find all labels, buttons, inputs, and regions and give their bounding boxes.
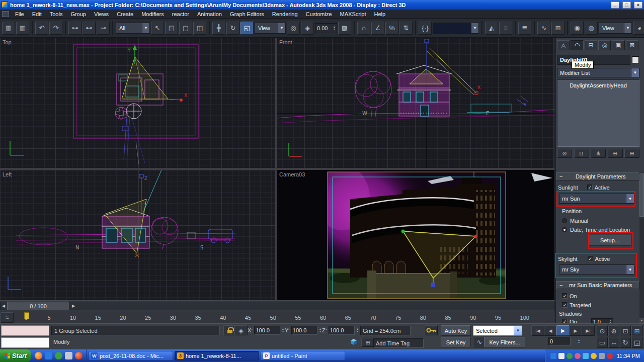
menu-item[interactable]: File [11, 10, 28, 18]
show-end-result-icon[interactable]: ⊔ [574, 149, 589, 158]
toolbar-spinner-field[interactable]: 0.00 ▴▾ [315, 23, 337, 33]
utilities-tab-icon[interactable]: ⊠ [626, 40, 638, 50]
play-animation-icon[interactable]: ▶ [556, 325, 570, 336]
tray-icon-2[interactable] [558, 353, 565, 359]
grid-toggle-icon[interactable]: ⊞ [361, 338, 374, 347]
time-input[interactable] [548, 337, 571, 346]
tray-icon-6[interactable] [591, 353, 597, 359]
create-tab-icon[interactable]: ◬ [557, 40, 570, 50]
layer-manager-icon[interactable]: ≣ [518, 22, 531, 35]
select-and-move-icon[interactable]: ╋ [212, 22, 225, 35]
modifier-list-dropdown[interactable]: Modifier List ▼ [557, 68, 639, 77]
spinner-arrows-icon[interactable]: ▴▾ [282, 328, 284, 333]
go-to-start-icon[interactable]: |◀ [531, 325, 544, 336]
chevron-down-icon[interactable]: ▼ [142, 23, 149, 33]
y-input[interactable] [291, 326, 317, 335]
selection-filter-dropdown[interactable]: All ▼ [116, 23, 150, 34]
select-and-scale-icon[interactable]: ◱ [240, 22, 254, 35]
z-input[interactable] [329, 326, 355, 335]
daylight-parameters-rollout[interactable]: − Daylight Parameters [556, 172, 639, 180]
scrollbar-thumb[interactable] [639, 173, 644, 217]
render-type-dropdown[interactable]: View ▼ [599, 23, 632, 34]
select-and-link-icon[interactable]: ⊶ [68, 22, 82, 35]
quick-launch-icon-3[interactable] [55, 352, 62, 359]
hierarchy-tab-icon[interactable]: ⊟ [585, 40, 597, 50]
configure-modifier-sets-icon[interactable]: ⊞ [624, 149, 639, 158]
menu-item[interactable]: Help [370, 10, 390, 18]
x-input[interactable] [254, 326, 280, 335]
slider-left-icon[interactable]: ◀ [1, 302, 7, 310]
spinner-arrows-icon[interactable]: ▴▾ [334, 26, 335, 31]
tray-icon-1[interactable] [550, 353, 556, 359]
sunlight-active-checkbox[interactable]: ✓ [587, 185, 593, 190]
material-editor-icon[interactable]: ◉ [571, 22, 584, 35]
start-button[interactable]: Start [0, 349, 31, 362]
menu-item[interactable]: Views [90, 10, 113, 18]
top-viewport-canvas[interactable]: X Y [0, 38, 275, 168]
close-button[interactable]: × [634, 2, 642, 9]
softness-field[interactable]: 1.0 ▴▾ [591, 318, 613, 324]
set-key-button[interactable]: Set Key [441, 337, 471, 347]
viewport-camera[interactable]: Camera03 [277, 170, 554, 300]
keyboard-override-icon[interactable]: ▩ [338, 22, 351, 35]
percent-snap-icon[interactable]: % [385, 22, 398, 35]
menu-item[interactable]: Customize [302, 10, 336, 18]
spinner-arrows-icon[interactable]: ▴▾ [578, 339, 580, 344]
quick-launch-icon-5[interactable] [75, 352, 83, 359]
date-time-radio[interactable] [562, 227, 567, 232]
viewport-top-label[interactable]: Top [3, 39, 12, 45]
go-to-end-icon[interactable]: ▶| [582, 325, 595, 336]
curve-editor-icon[interactable]: ∿ [537, 22, 550, 35]
previous-frame-icon[interactable]: ◀ [544, 325, 557, 336]
menu-item[interactable]: Rendering [268, 10, 302, 18]
maxscript-listener[interactable] [1, 337, 49, 348]
select-object-icon[interactable]: ↖ [151, 22, 164, 35]
redo-icon[interactable]: ↷ [49, 22, 62, 35]
left-viewport-canvas[interactable]: Z N S [0, 170, 275, 300]
maxscript-macro-recorder[interactable] [1, 325, 49, 336]
menu-item[interactable]: Graph Editors [226, 10, 268, 18]
align-icon[interactable]: ≡ [499, 22, 512, 35]
reference-coordinate-dropdown[interactable]: View ▼ [255, 23, 286, 34]
snap-toggle-icon[interactable]: ∩ [357, 22, 370, 35]
spinner-arrows-icon[interactable]: ▴▾ [610, 319, 611, 324]
zoom-icon[interactable]: ⊙ [597, 325, 608, 336]
maximize-button[interactable]: □ [622, 2, 631, 9]
zoom-extents-all-icon[interactable]: ⊞ [631, 325, 642, 336]
rectangular-selection-region-icon[interactable]: ▢ [179, 22, 192, 35]
viewport-left[interactable]: Left [0, 170, 275, 300]
key-mode-dropdown[interactable]: Selected ▼ [473, 325, 522, 336]
window-crossing-icon[interactable]: ◫ [193, 22, 206, 35]
zoom-extents-icon[interactable]: ⊡ [620, 325, 631, 336]
render-setup-icon[interactable]: ◍ [585, 22, 598, 35]
isometric-cube-icon[interactable] [350, 338, 358, 346]
chevron-down-icon[interactable]: ▼ [471, 23, 478, 33]
time-slider-handle[interactable]: 0 / 100 [7, 302, 69, 310]
camera-viewport-canvas[interactable] [277, 170, 554, 300]
quick-render-icon[interactable]: ◕ [633, 22, 644, 35]
zoom-region-icon[interactable]: ▭ [597, 337, 608, 348]
chevron-down-icon[interactable]: ▼ [514, 326, 522, 335]
menu-item[interactable]: reactor [168, 10, 193, 18]
mr-sun-basic-rollout[interactable]: − mr Sun Basic Parameters [556, 281, 639, 289]
setup-button[interactable]: Setup... [588, 235, 631, 246]
arc-rotate-icon[interactable]: ↻ [620, 337, 631, 348]
viewport-left-label[interactable]: Left [3, 171, 12, 177]
time-slider-track[interactable] [0, 302, 554, 310]
remove-modifier-icon[interactable]: ⊖ [608, 149, 623, 158]
scrollbar-down-icon[interactable]: ▾ [639, 318, 644, 323]
task-paint[interactable]: P untitled - Paint [261, 351, 345, 360]
select-by-name-icon[interactable]: ▤ [165, 22, 178, 35]
schematic-view-icon[interactable]: ⊞ [551, 22, 565, 35]
quick-launch-icon-2[interactable] [45, 352, 52, 359]
zoom-all-icon[interactable]: ⊕ [608, 325, 619, 336]
set-keys-key-icon[interactable] [425, 325, 438, 335]
spinner-arrows-icon[interactable]: ▴▾ [319, 328, 321, 333]
menu-item[interactable]: MAXScript [336, 10, 370, 18]
undo-icon[interactable]: ↶ [35, 22, 48, 35]
absolute-offset-mode-icon[interactable]: ◈ [234, 325, 248, 335]
on-checkbox[interactable]: ✓ [562, 293, 568, 299]
min-max-toggle-icon[interactable]: ◲ [631, 337, 642, 348]
toolbar-extra-icon-1[interactable]: ▦ [2, 22, 15, 35]
next-frame-icon[interactable]: ▶ [569, 325, 582, 336]
